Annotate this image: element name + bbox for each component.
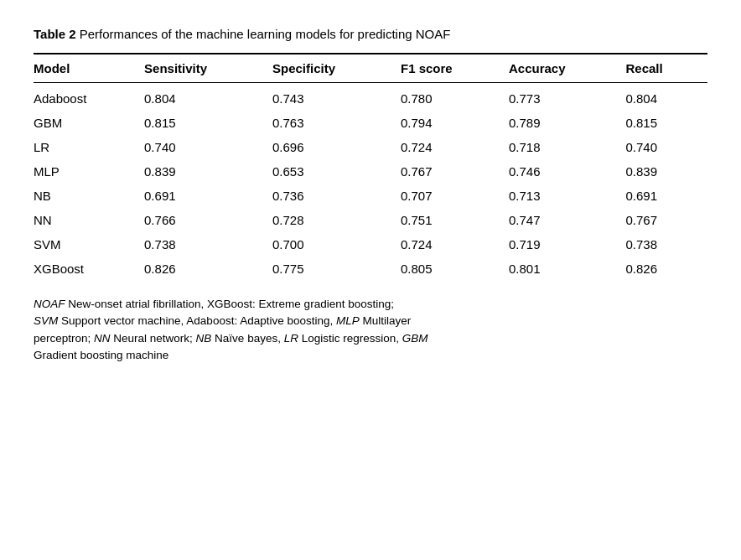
footnote-line2: SVM Support vector machine, Adaboost: Ad… [34,313,707,329]
cell-specificity: 0.728 [272,208,401,232]
cell-recall: 0.740 [625,135,707,159]
table-header-row: Model Sensitivity Specificity F1 score A… [34,54,707,83]
cell-specificity: 0.696 [272,135,401,159]
cell-model: NB [34,184,144,208]
cell-accuracy: 0.713 [509,184,626,208]
table-row: Adaboost0.8040.7430.7800.7730.804 [34,83,707,111]
table-caption: Table 2 Performances of the machine lear… [34,25,707,43]
col-header-f1score: F1 score [401,54,509,83]
cell-accuracy: 0.718 [509,135,626,159]
col-header-recall: Recall [625,54,707,83]
cell-sensitivity: 0.691 [144,184,272,208]
cell-sensitivity: 0.839 [144,159,272,184]
cell-recall: 0.839 [625,159,707,184]
footnote-line1: NOAF New-onset atrial fibrillation, XGBo… [34,296,707,313]
table-row: LR0.7400.6960.7240.7180.740 [34,135,707,159]
caption-text: Performances of the machine learning mod… [76,27,451,41]
cell-accuracy: 0.746 [509,159,626,184]
cell-model: XGBoost [34,257,144,284]
cell-f1score: 0.724 [401,135,509,159]
cell-specificity: 0.743 [272,83,401,111]
cell-recall: 0.738 [625,232,707,257]
cell-sensitivity: 0.740 [144,135,272,159]
cell-f1score: 0.805 [401,257,509,284]
cell-f1score: 0.751 [401,208,509,232]
cell-model: LR [34,135,144,159]
cell-accuracy: 0.747 [509,208,626,232]
cell-f1score: 0.780 [401,83,509,111]
col-header-sensitivity: Sensitivity [144,54,272,83]
cell-model: Adaboost [34,83,144,111]
cell-f1score: 0.724 [401,232,509,257]
cell-specificity: 0.736 [272,184,401,208]
table-row: SVM0.7380.7000.7240.7190.738 [34,232,707,257]
cell-specificity: 0.653 [272,159,401,184]
cell-model: SVM [34,232,144,257]
cell-recall: 0.804 [625,83,707,111]
cell-f1score: 0.794 [401,111,509,135]
footnote-line4: Gradient boosting machine [34,347,707,364]
cell-accuracy: 0.773 [509,83,626,111]
cell-sensitivity: 0.804 [144,83,272,111]
cell-sensitivity: 0.738 [144,232,272,257]
cell-specificity: 0.700 [272,232,401,257]
table-row: GBM0.8150.7630.7940.7890.815 [34,111,707,135]
col-header-specificity: Specificity [272,54,401,83]
cell-specificity: 0.763 [272,111,401,135]
cell-accuracy: 0.719 [509,232,626,257]
cell-f1score: 0.707 [401,184,509,208]
table-row: NN0.7660.7280.7510.7470.767 [34,208,707,232]
footnote-line3: perceptron; NN Neural network; NB Naïve … [34,330,707,347]
performance-table: Model Sensitivity Specificity F1 score A… [34,53,707,284]
cell-f1score: 0.767 [401,159,509,184]
table-row: NB0.6910.7360.7070.7130.691 [34,184,707,208]
table-row: MLP0.8390.6530.7670.7460.839 [34,159,707,184]
cell-recall: 0.815 [625,111,707,135]
table-row: XGBoost0.8260.7750.8050.8010.826 [34,257,707,284]
cell-sensitivity: 0.766 [144,208,272,232]
cell-sensitivity: 0.815 [144,111,272,135]
cell-model: MLP [34,159,144,184]
cell-accuracy: 0.801 [509,257,626,284]
footnote: NOAF New-onset atrial fibrillation, XGBo… [34,296,707,364]
cell-sensitivity: 0.826 [144,257,272,284]
col-header-accuracy: Accuracy [509,54,626,83]
cell-specificity: 0.775 [272,257,401,284]
cell-recall: 0.826 [625,257,707,284]
cell-model: GBM [34,111,144,135]
col-header-model: Model [34,54,144,83]
cell-recall: 0.691 [625,184,707,208]
cell-recall: 0.767 [625,208,707,232]
table-label: Table 2 [34,27,76,41]
cell-model: NN [34,208,144,232]
cell-accuracy: 0.789 [509,111,626,135]
